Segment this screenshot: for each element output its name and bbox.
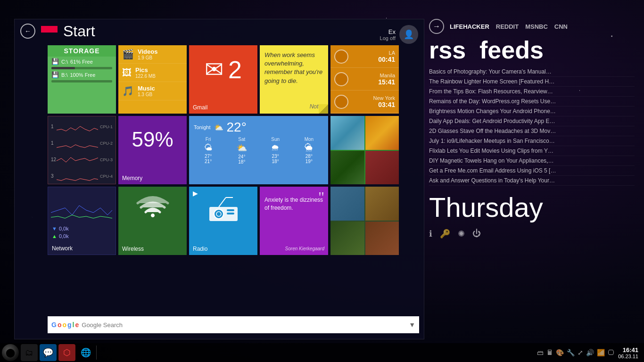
drive-c-free: 61% Free (70, 59, 93, 65)
drive-b-label: B:\ (61, 72, 67, 78)
rss-source-cnn[interactable]: CNN (554, 23, 568, 30)
tile-photos2[interactable] (330, 187, 399, 255)
memory-percentage: 59% (118, 116, 187, 151)
info-icon[interactable]: ℹ (429, 229, 432, 239)
cpu-3-num: 12 (51, 157, 57, 162)
taskbar-app-chrome[interactable]: 🌐 (77, 344, 94, 361)
search-input[interactable] (82, 321, 406, 329)
rss-sources: LIFEHACKER REDDIT MSNBC CNN (450, 23, 568, 30)
rss-item-1[interactable]: The Rainbow Lighter Home Screen [Feature… (429, 77, 635, 87)
power-icon[interactable]: ⏻ (472, 229, 481, 239)
svg-line-5 (219, 197, 226, 207)
rss-source-lifehacker[interactable]: LIFEHACKER (450, 23, 489, 30)
taskbar-time: 16:41 (618, 346, 638, 354)
city-manila: Manila (378, 73, 395, 78)
settings-icon[interactable]: ✺ (458, 229, 465, 239)
rss-nav-arrow[interactable]: → (429, 19, 444, 34)
tile-clock[interactable]: LA 00:41 Manila 15:41 New York 03:41 (330, 45, 399, 114)
cpu-2-num: 1 (51, 140, 57, 146)
wifi-icon (136, 191, 169, 224)
download-arrow-icon: ▼ (52, 226, 57, 231)
svg-point-2 (216, 212, 221, 216)
tile-memory[interactable]: 59% Memory (118, 116, 187, 184)
storage-drive-b: 💾 B:\ 100% Free (48, 70, 116, 80)
user-action[interactable]: Log off (380, 35, 396, 41)
taskbar-orb[interactable]: ⬤ (2, 344, 19, 361)
tile-quote[interactable]: " Anxiety is the dizziness of freedom. S… (260, 187, 328, 255)
taskbar-volume-icon[interactable]: 🔊 (586, 349, 594, 356)
photo-grid2 (330, 187, 399, 255)
wifi-icon-container (118, 187, 187, 229)
media-music: 🎵 Music 1.3 GB (118, 82, 187, 100)
rss-source-reddit[interactable]: REDDIT (496, 23, 519, 30)
photo-2 (365, 116, 399, 150)
tile-weather[interactable]: Tonight ⛅ 22° Fri 🌤 27°21° Sat ⛅ 24°18° … (189, 116, 328, 184)
tile-storage[interactable]: STORAGE 💾 C:\ 61% Free 💾 B:\ 100% Free (48, 45, 116, 114)
taskbar-app-skype[interactable]: 💬 (40, 344, 57, 361)
cpu-1-num: 1 (51, 124, 57, 129)
taskbar-app-explorer[interactable]: 🗂 (21, 344, 38, 361)
clock-la: LA 00:41 (330, 45, 399, 68)
taskbar-app-torrent[interactable]: ⬡ (58, 344, 75, 361)
tile-radio[interactable]: ▶ Radio (189, 187, 257, 255)
music-icon: 🎵 (122, 85, 134, 97)
tile-notes[interactable]: When work seems overwhelming, remember t… (260, 45, 328, 114)
weather-cloud-icon: ⛅ (214, 123, 223, 132)
pics-title: Pics (135, 66, 156, 74)
rss-item-7[interactable]: July 1: io9/Lifehacker Meetups in San Fr… (429, 136, 635, 146)
rss-item-0[interactable]: Basics of Photography: Your Camera's Man… (429, 67, 635, 77)
search-dropdown-arrow[interactable]: ▼ (409, 321, 415, 329)
rss-item-10[interactable]: Get a Free Me.com Email Address Using iO… (429, 166, 635, 176)
taskbar: ⬤ 🗂 💬 ⬡ 🌐 🗃 🖩 🎨 🔧 ⤢ 🔊 📶 🖵 16:41 06.23.1 (0, 343, 644, 362)
media-pics: 🖼 Pics 122.6 MB (118, 64, 187, 82)
rss-source-msnbc[interactable]: MSNBC (525, 23, 548, 30)
tile-wireless[interactable]: Wireless (118, 187, 187, 255)
city-la: LA (378, 50, 395, 56)
key-icon[interactable]: 🔑 (440, 229, 450, 239)
videos-title: Videos (138, 48, 157, 55)
tile-media[interactable]: 🎬 Videos 1.9 GB 🖼 Pics 122.6 MB 🎵 Music … (118, 45, 187, 114)
photo-3 (330, 151, 364, 185)
taskbar-signal-icon[interactable]: 📶 (597, 349, 605, 356)
taskbar-monitor-icon[interactable]: 🖵 (608, 349, 614, 356)
back-button[interactable]: ← (20, 24, 35, 39)
time-manila: 15:41 (378, 78, 395, 86)
taskbar-resize-icon[interactable]: ⤢ (578, 349, 583, 356)
rss-item-9[interactable]: DIY Magnetic Towels Hang on Your Applian… (429, 156, 635, 166)
taskbar-calc-icon[interactable]: 🖩 (546, 349, 553, 356)
rss-item-8[interactable]: Flixlab Lets You Edit Movies Using Clips… (429, 146, 635, 156)
weather-days: Fri 🌤 27°21° Sat ⛅ 24°18° Sun 🌧 23°18° M… (189, 137, 328, 165)
rss-item-6[interactable]: 2D Glasses Stave Off the Headaches at 3D… (429, 126, 635, 136)
pics-icon: 🖼 (122, 67, 132, 78)
rss-item-4[interactable]: Brightness Motion Changes Your Android P… (429, 107, 635, 116)
rss-item-5[interactable]: Daily App Deals: Get Android Productivit… (429, 116, 635, 126)
tile-gmail[interactable]: ✉ 2 Gmail (189, 45, 257, 114)
time-la: 00:41 (378, 56, 395, 63)
svg-rect-4 (227, 213, 234, 214)
cpu-1-row: 1 CPU-1 (48, 118, 116, 135)
taskbar-separator (96, 346, 97, 360)
rss-item-3[interactable]: Remains of the Day: WordPress.org Resets… (429, 97, 635, 107)
avatar[interactable]: 👤 (399, 25, 418, 44)
clock-face-la (334, 49, 348, 64)
photo-6 (365, 187, 399, 221)
gmail-envelope-icon: ✉ (205, 58, 223, 81)
tile-photos[interactable] (330, 116, 399, 184)
cpu-4-row: 3 CPU-4 (48, 168, 116, 184)
taskbar-files-icon[interactable]: 🗃 (537, 349, 544, 356)
user-area: Ex Log off 👤 (380, 25, 418, 44)
taskbar-paint-icon[interactable]: 🎨 (556, 349, 564, 356)
rss-item-2[interactable]: From the Tips Box: Flash Resources, Rear… (429, 87, 635, 97)
start-title: Start (63, 23, 95, 40)
search-bar: Google ▼ (48, 316, 419, 333)
rss-item-11[interactable]: Ask and Answer Questions in Today's Help… (429, 176, 635, 186)
tile-cpu[interactable]: 1 CPU-1 1 CPU-2 12 (48, 116, 116, 184)
photo-8 (365, 222, 399, 255)
drive-c-label: C:\ (61, 59, 68, 65)
quote-mark-icon: " (318, 189, 324, 206)
notes-fold (319, 104, 328, 114)
network-upload: 0,0k (59, 233, 69, 239)
clock-face-ny (334, 95, 348, 109)
taskbar-tool-icon[interactable]: 🔧 (567, 349, 575, 356)
tile-network[interactable]: ▼ 0,0k ▲ 0,0k Network (48, 187, 116, 255)
